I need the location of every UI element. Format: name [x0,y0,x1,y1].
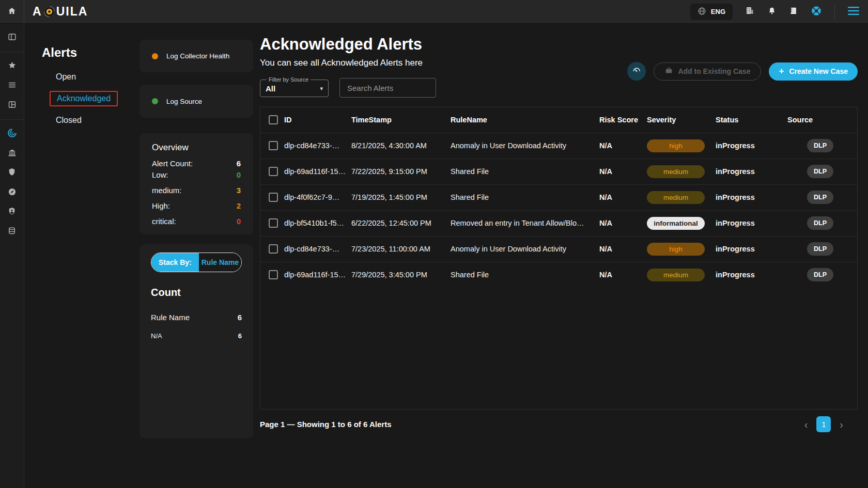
severity-badge: informational [647,217,705,230]
source-badge: DLP [807,165,833,178]
support-button[interactable] [811,5,822,19]
nav-item-open[interactable]: Open [56,72,76,82]
table-row[interactable]: dlp-4f0f62c7-9… 7/19/2025, 1:45:00 PM Sh… [260,184,857,210]
organization-button[interactable] [745,6,755,18]
rail-panel-toggle[interactable] [0,28,24,48]
rail-favorites[interactable] [0,56,24,76]
row-checkbox[interactable] [269,218,278,228]
cell-id: dlp-4f0f62c7-9… [284,184,351,210]
select-all-checkbox[interactable] [269,115,278,124]
main-content: Acknowledged Alerts You can see all Ackn… [260,24,858,432]
language-selector[interactable]: ENG [690,4,733,20]
docs-button[interactable] [789,6,798,18]
stat-high: High: 2 [152,201,241,210]
severity-badge: medium [647,269,705,281]
page-number-button[interactable]: 1 [816,416,831,432]
cell-rulename: Anomaly in User Download Activity [451,133,599,159]
row-checkbox[interactable] [269,141,278,150]
gauge-icon [631,65,642,77]
rail-explore[interactable] [0,183,24,202]
cell-status: inProgress [716,210,787,236]
log-source-card[interactable]: Log Source [140,85,253,118]
cell-status: inProgress [716,133,787,159]
prev-page-icon[interactable]: ‹ [804,419,808,430]
count-title: Count [151,287,242,298]
table-header-row: ID TimeStamp RuleName Risk Score Severit… [260,107,857,133]
menu-button[interactable] [847,6,860,18]
search-input[interactable] [340,84,436,92]
cell-rulename: Shared File [451,159,599,184]
brand-text-suffix: UILA [56,5,88,19]
notifications-button[interactable] [767,6,777,18]
topbar-divider [834,5,835,19]
row-checkbox[interactable] [269,167,278,176]
count-row-rule-name: Rule Name 6 [151,313,242,322]
radar-swirl-icon [7,128,18,140]
cell-rulename: Anomaly in User Download Activity [451,236,599,262]
create-new-case-button[interactable]: + Create New Case [769,62,858,81]
help-wheel-icon [811,5,822,19]
cell-timestamp: 7/29/2025, 3:45:00 PM [351,262,451,288]
stat-value: 0 [237,170,241,179]
stack-by-value[interactable]: Rule Name [199,253,241,272]
rail-data-sources[interactable] [0,222,24,242]
stack-by-card: Stack By: Rule Name Count Rule Name 6 N/… [140,244,253,438]
source-badge: DLP [807,242,833,256]
nav-item-closed[interactable]: Closed [56,116,82,125]
rail-dashboard[interactable] [0,96,24,115]
stat-label: High: [152,201,170,210]
stat-value: 2 [237,201,241,210]
globe-icon [698,7,706,17]
cell-rulename: Shared File [451,262,599,288]
table-row[interactable]: dlp-69ad116f-15… 7/22/2025, 9:15:00 PM S… [260,159,857,184]
rail-alerts-active[interactable] [0,124,24,144]
cell-timestamp: 8/21/2025, 4:30:00 AM [351,133,451,159]
count-value: 6 [238,313,242,322]
table-row[interactable]: dlp-cd84e733-… 7/23/2025, 11:00:00 AM An… [260,236,857,262]
severity-badge: medium [647,191,705,204]
cell-status: inProgress [716,184,787,210]
cell-risk: N/A [599,262,647,288]
cell-rulename: Removed an entry in Tenant Allow/Blo… [451,210,599,236]
row-checkbox[interactable] [269,193,278,202]
table-row[interactable]: dlp-cd84e733-… 8/21/2025, 4:30:00 AM Ano… [260,133,857,159]
stat-value: 3 [237,186,241,195]
cell-timestamp: 7/22/2025, 9:15:00 PM [351,159,451,184]
brand-logo: A UILA [33,5,88,19]
nav-item-acknowledged[interactable]: Acknowledged [50,91,118,106]
rail-divider [0,119,24,120]
cell-risk: N/A [599,210,647,236]
rail-institution[interactable] [0,144,24,163]
log-collector-health-card[interactable]: Log Collector Health [140,40,253,72]
col-header-severity: Severity [647,107,716,133]
stat-label: Low: [152,170,168,179]
stat-critical: critical: 0 [152,217,241,226]
table-row[interactable]: dlp-bf5410b1-f5… 6/22/2025, 12:45:00 PM … [260,210,857,236]
gauge-button[interactable] [627,62,646,81]
rail-identity[interactable] [0,202,24,222]
database-icon [7,226,17,238]
rail-security[interactable] [0,163,24,183]
alerts-nav: Alerts Open Acknowledged Closed [25,24,140,488]
cell-status: inProgress [716,236,787,262]
col-header-source: Source [787,107,857,133]
brand-eye-icon [43,5,56,18]
chevron-down-icon: ▾ [320,85,323,92]
briefcase-icon [664,66,673,76]
icon-rail [0,24,24,488]
source-filter-dropdown[interactable]: Filter by Source All ▾ [260,76,329,97]
cell-id: dlp-69ad116f-15… [284,262,351,288]
count-label: N/A [151,332,162,340]
add-to-existing-case-button[interactable]: Add to Existing Case [654,62,761,81]
stack-by-toggle[interactable]: Stack By: Rule Name [151,253,242,272]
stat-alert-count: Alert Count: 6 [152,159,241,168]
rail-list-view[interactable] [0,76,24,96]
split-panel-icon [7,32,17,44]
home-button[interactable] [0,0,24,23]
next-page-icon[interactable]: › [840,419,843,430]
row-checkbox[interactable] [269,244,278,254]
row-checkbox[interactable] [269,270,278,279]
table-row[interactable]: dlp-69ad116f-15… 7/29/2025, 3:45:00 PM S… [260,262,857,288]
severity-badge: medium [647,165,705,178]
stack-by-label: Stack By: [151,253,199,272]
